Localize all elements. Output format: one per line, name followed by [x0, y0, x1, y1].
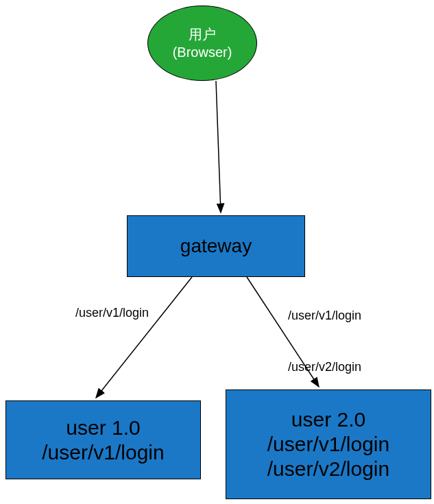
user-node-label-line1: 用户	[189, 25, 216, 43]
user2-node-line1: user 2.0	[291, 407, 365, 432]
user2-node-line3: /user/v2/login	[267, 457, 389, 481]
user2-node: user 2.0 /user/v1/login /user/v2/login	[226, 389, 431, 499]
gateway-node-label: gateway	[180, 235, 252, 257]
user2-node-line2: /user/v1/login	[267, 432, 389, 457]
user1-node-line2: /user/v1/login	[42, 440, 164, 465]
edge-label-gateway-user2-top: /user/v1/login	[288, 309, 361, 323]
edge-label-gateway-user1: /user/v1/login	[75, 306, 149, 320]
gateway-node: gateway	[127, 215, 305, 277]
user-node: 用户 (Browser)	[147, 5, 257, 81]
user1-node-line1: user 1.0	[66, 416, 140, 440]
arrow-user-to-gateway	[216, 81, 221, 213]
user-node-label-line2: (Browser)	[173, 43, 232, 61]
arrow-gateway-to-user1	[96, 277, 192, 398]
edge-label-gateway-user2-bottom: /user/v2/login	[288, 360, 361, 374]
user1-node: user 1.0 /user/v1/login	[5, 400, 201, 479]
